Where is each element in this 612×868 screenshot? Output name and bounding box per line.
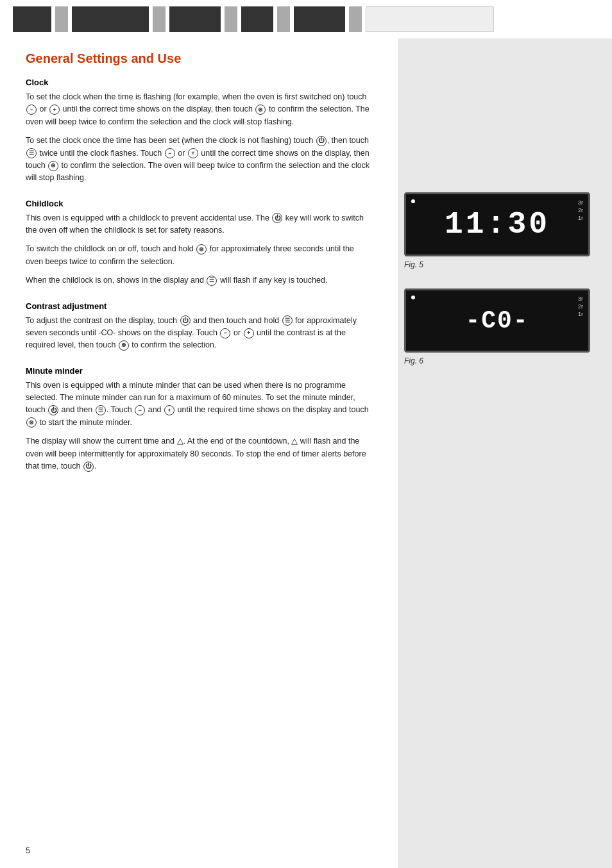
figure-5-container: 11:30 3r 2r 1r Fig. 5 <box>404 192 606 269</box>
clock-para-2: To set the clock once the time has been … <box>26 135 372 185</box>
bar-block-5 <box>169 6 221 32</box>
page-layout: General Settings and Use Clock To set th… <box>0 38 612 868</box>
bar-block-3 <box>72 6 149 32</box>
childlock-section: Childlock This oven is equipped with a c… <box>26 199 372 287</box>
childlock-para-2: To switch the childlock on or off, touch… <box>26 243 372 268</box>
bar-block-4 <box>153 6 166 32</box>
minus-icon: − <box>26 104 37 115</box>
plus-icon-3: + <box>244 328 254 338</box>
power-icon-3: ⏻ <box>180 315 191 326</box>
figure-6-container: -C0- 3r 2r 1r Fig. 6 <box>404 288 606 365</box>
contrast-section: Contrast adjustment To adjust the contra… <box>26 301 372 352</box>
bar-block-9 <box>294 6 345 32</box>
clock-section: Clock To set the clock when the time is … <box>26 78 372 185</box>
plus-icon-4: + <box>164 405 174 415</box>
main-content: General Settings and Use Clock To set th… <box>0 38 398 868</box>
childlock-heading: Childlock <box>26 199 372 208</box>
minuteminder-heading: Minute minder <box>26 366 372 376</box>
power-icon-4: ⏻ <box>48 405 58 415</box>
minuteminder-para-1: This oven is equipped with a minute mind… <box>26 380 372 430</box>
childlock-para-1: This oven is equipped with a childlock t… <box>26 212 372 237</box>
figure-6-display: -C0- 3r 2r 1r <box>404 288 590 353</box>
power-icon: ⏻ <box>316 136 327 146</box>
bar-block-8 <box>277 6 290 32</box>
bar-block-2 <box>55 6 68 32</box>
plus-icon-2: + <box>188 148 198 158</box>
power-icon-2: ⏻ <box>272 213 282 223</box>
bar-block-6 <box>225 6 237 32</box>
top-decorative-bar <box>0 0 612 38</box>
contrast-heading: Contrast adjustment <box>26 301 372 311</box>
plus-icon: + <box>49 104 60 115</box>
figure-6-co: -C0- <box>465 307 529 335</box>
minuteminder-para-2: The display will show the current time a… <box>26 435 372 472</box>
figure-5-time: 11:30 <box>445 207 550 242</box>
minuteminder-section: Minute minder This oven is equipped with… <box>26 366 372 473</box>
contrast-para-1: To adjust the contrast on the display, t… <box>26 315 372 352</box>
bar-block-1 <box>13 6 51 32</box>
menu-icon-4: ☰ <box>96 405 106 415</box>
menu-icon-2: ☰ <box>207 276 217 286</box>
bar-block-10 <box>349 6 362 32</box>
fig5-label: Fig. 5 <box>404 260 606 269</box>
fig6-label: Fig. 6 <box>404 356 606 365</box>
menu-icon: ☰ <box>26 148 37 158</box>
confirm-icon-4: ⊛ <box>119 340 129 351</box>
display-dot-6 <box>411 296 415 299</box>
section-title: General Settings and Use <box>26 51 372 66</box>
clock-heading: Clock <box>26 78 372 87</box>
bar-block-11 <box>366 6 494 32</box>
right-sidebar: 11:30 3r 2r 1r Fig. 5 -C0- 3r 2r 1r Fi <box>398 38 612 868</box>
minus-icon-3: − <box>220 328 230 338</box>
confirm-icon-5: ⊛ <box>26 417 37 428</box>
page-number: 5 <box>26 846 30 855</box>
power-icon-5: ⏻ <box>83 462 94 472</box>
childlock-para-3: When the childlock is on, shows in the d… <box>26 274 372 287</box>
confirm-icon: ⊛ <box>255 104 266 115</box>
confirm-icon-3: ⊛ <box>196 244 207 255</box>
clock-para-1: To set the clock when the time is flashi… <box>26 91 372 128</box>
minus-icon-4: − <box>135 405 145 415</box>
menu-icon-3: ☰ <box>282 315 293 326</box>
display-indicators-5: 3r 2r 1r <box>578 199 583 221</box>
display-indicators-6: 3r 2r 1r <box>578 296 583 317</box>
bar-block-7 <box>241 6 273 32</box>
figure-5-display: 11:30 3r 2r 1r <box>404 192 590 256</box>
display-dot-5 <box>411 199 415 203</box>
minus-icon-2: − <box>165 148 175 158</box>
confirm-icon-2: ⊛ <box>48 161 58 171</box>
